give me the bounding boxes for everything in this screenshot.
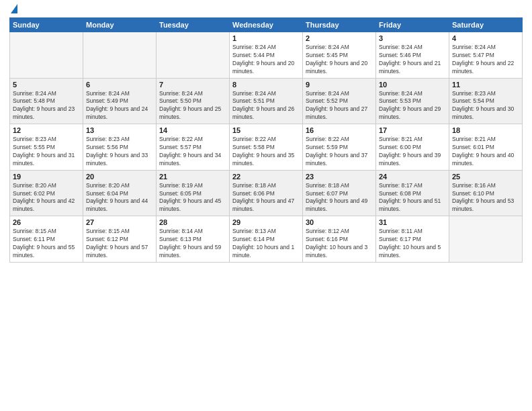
day-info: Sunrise: 8:23 AMSunset: 5:54 PMDaylight:… <box>452 90 519 122</box>
day-info: Sunrise: 8:14 AMSunset: 6:13 PMDaylight:… <box>159 228 226 260</box>
calendar-day-cell <box>83 32 157 79</box>
day-info: Sunrise: 8:24 AMSunset: 5:44 PMDaylight:… <box>232 44 300 76</box>
day-number: 13 <box>86 126 153 134</box>
calendar-day-header: Saturday <box>449 18 523 32</box>
day-number: 6 <box>86 81 153 89</box>
day-info: Sunrise: 8:24 AMSunset: 5:53 PMDaylight:… <box>379 90 446 122</box>
day-number: 20 <box>86 173 153 181</box>
day-info: Sunrise: 8:24 AMSunset: 5:45 PMDaylight:… <box>306 44 373 76</box>
day-info: Sunrise: 8:22 AMSunset: 5:58 PMDaylight:… <box>232 136 300 168</box>
day-info: Sunrise: 8:24 AMSunset: 5:49 PMDaylight:… <box>86 90 153 122</box>
day-info: Sunrise: 8:24 AMSunset: 5:46 PMDaylight:… <box>379 44 446 76</box>
day-number: 12 <box>13 126 80 134</box>
day-info: Sunrise: 8:23 AMSunset: 5:55 PMDaylight:… <box>13 136 80 168</box>
logo-triangle-icon <box>11 4 17 13</box>
day-number: 5 <box>13 81 80 89</box>
calendar-day-header: Tuesday <box>157 18 230 32</box>
logo <box>9 7 17 13</box>
calendar-week-row: 12Sunrise: 8:23 AMSunset: 5:55 PMDayligh… <box>10 124 523 171</box>
day-info: Sunrise: 8:20 AMSunset: 6:04 PMDaylight:… <box>86 182 153 214</box>
calendar-day-cell: 7Sunrise: 8:24 AMSunset: 5:50 PMDaylight… <box>157 78 230 124</box>
day-number: 2 <box>306 34 373 42</box>
calendar-week-row: 5Sunrise: 8:24 AMSunset: 5:48 PMDaylight… <box>10 78 523 124</box>
calendar-header-row: SundayMondayTuesdayWednesdayThursdayFrid… <box>10 18 523 32</box>
calendar-week-row: 1Sunrise: 8:24 AMSunset: 5:44 PMDaylight… <box>10 32 523 79</box>
calendar-day-cell: 6Sunrise: 8:24 AMSunset: 5:49 PMDaylight… <box>83 78 157 124</box>
calendar-week-row: 19Sunrise: 8:20 AMSunset: 6:02 PMDayligh… <box>10 170 523 216</box>
day-info: Sunrise: 8:17 AMSunset: 6:08 PMDaylight:… <box>379 182 446 214</box>
day-number: 24 <box>379 173 446 181</box>
calendar-day-cell: 13Sunrise: 8:23 AMSunset: 5:56 PMDayligh… <box>83 124 157 171</box>
calendar-day-cell: 21Sunrise: 8:19 AMSunset: 6:05 PMDayligh… <box>157 170 230 216</box>
calendar-day-cell: 24Sunrise: 8:17 AMSunset: 6:08 PMDayligh… <box>376 170 449 216</box>
day-info: Sunrise: 8:15 AMSunset: 6:11 PMDaylight:… <box>13 228 80 260</box>
page-header <box>9 7 523 13</box>
day-info: Sunrise: 8:15 AMSunset: 6:12 PMDaylight:… <box>86 228 153 260</box>
day-number: 14 <box>159 126 226 134</box>
day-number: 18 <box>452 126 519 134</box>
calendar-day-cell: 25Sunrise: 8:16 AMSunset: 6:10 PMDayligh… <box>449 170 523 216</box>
calendar-day-header: Wednesday <box>230 18 303 32</box>
calendar-day-header: Sunday <box>10 18 83 32</box>
calendar-day-cell: 20Sunrise: 8:20 AMSunset: 6:04 PMDayligh… <box>83 170 157 216</box>
day-info: Sunrise: 8:24 AMSunset: 5:51 PMDaylight:… <box>232 90 300 122</box>
day-info: Sunrise: 8:20 AMSunset: 6:02 PMDaylight:… <box>13 182 80 214</box>
day-number: 1 <box>232 34 300 42</box>
calendar-day-cell: 12Sunrise: 8:23 AMSunset: 5:55 PMDayligh… <box>10 124 83 171</box>
day-number: 30 <box>306 218 373 226</box>
calendar-day-cell: 15Sunrise: 8:22 AMSunset: 5:58 PMDayligh… <box>230 124 303 171</box>
day-info: Sunrise: 8:24 AMSunset: 5:48 PMDaylight:… <box>13 90 80 122</box>
day-number: 3 <box>379 34 446 42</box>
calendar-day-cell: 27Sunrise: 8:15 AMSunset: 6:12 PMDayligh… <box>83 216 157 263</box>
calendar-day-header: Thursday <box>303 18 376 32</box>
day-number: 19 <box>13 173 80 181</box>
calendar-day-cell: 14Sunrise: 8:22 AMSunset: 5:57 PMDayligh… <box>157 124 230 171</box>
calendar-day-cell: 23Sunrise: 8:18 AMSunset: 6:07 PMDayligh… <box>303 170 376 216</box>
calendar-week-row: 26Sunrise: 8:15 AMSunset: 6:11 PMDayligh… <box>10 216 523 263</box>
calendar-day-cell: 16Sunrise: 8:22 AMSunset: 5:59 PMDayligh… <box>303 124 376 171</box>
calendar-day-cell: 26Sunrise: 8:15 AMSunset: 6:11 PMDayligh… <box>10 216 83 263</box>
day-info: Sunrise: 8:18 AMSunset: 6:07 PMDaylight:… <box>306 182 373 214</box>
calendar-day-header: Monday <box>83 18 157 32</box>
day-info: Sunrise: 8:22 AMSunset: 5:59 PMDaylight:… <box>306 136 373 168</box>
day-number: 15 <box>232 126 300 134</box>
day-number: 10 <box>379 81 446 89</box>
calendar-day-cell: 22Sunrise: 8:18 AMSunset: 6:06 PMDayligh… <box>230 170 303 216</box>
day-number: 11 <box>452 81 519 89</box>
day-number: 8 <box>232 81 300 89</box>
day-info: Sunrise: 8:23 AMSunset: 5:56 PMDaylight:… <box>86 136 153 168</box>
calendar-day-cell: 18Sunrise: 8:21 AMSunset: 6:01 PMDayligh… <box>449 124 523 171</box>
calendar-day-cell: 3Sunrise: 8:24 AMSunset: 5:46 PMDaylight… <box>376 32 449 79</box>
calendar-day-cell: 8Sunrise: 8:24 AMSunset: 5:51 PMDaylight… <box>230 78 303 124</box>
calendar-day-cell: 2Sunrise: 8:24 AMSunset: 5:45 PMDaylight… <box>303 32 376 79</box>
day-number: 27 <box>86 218 153 226</box>
day-number: 21 <box>159 173 226 181</box>
day-number: 26 <box>13 218 80 226</box>
calendar-day-cell: 5Sunrise: 8:24 AMSunset: 5:48 PMDaylight… <box>10 78 83 124</box>
calendar-day-cell: 19Sunrise: 8:20 AMSunset: 6:02 PMDayligh… <box>10 170 83 216</box>
day-number: 23 <box>306 173 373 181</box>
day-number: 28 <box>159 218 226 226</box>
calendar-day-cell: 11Sunrise: 8:23 AMSunset: 5:54 PMDayligh… <box>449 78 523 124</box>
day-number: 4 <box>452 34 519 42</box>
day-number: 9 <box>306 81 373 89</box>
day-info: Sunrise: 8:12 AMSunset: 6:16 PMDaylight:… <box>306 228 373 260</box>
calendar-day-cell: 30Sunrise: 8:12 AMSunset: 6:16 PMDayligh… <box>303 216 376 263</box>
day-number: 7 <box>159 81 226 89</box>
calendar-day-cell: 28Sunrise: 8:14 AMSunset: 6:13 PMDayligh… <box>157 216 230 263</box>
calendar-day-cell: 29Sunrise: 8:13 AMSunset: 6:14 PMDayligh… <box>230 216 303 263</box>
day-number: 31 <box>379 218 446 226</box>
day-number: 29 <box>232 218 300 226</box>
page-container: SundayMondayTuesdayWednesdayThursdayFrid… <box>0 0 532 411</box>
day-number: 16 <box>306 126 373 134</box>
day-info: Sunrise: 8:16 AMSunset: 6:10 PMDaylight:… <box>452 182 519 214</box>
day-info: Sunrise: 8:24 AMSunset: 5:50 PMDaylight:… <box>159 90 226 122</box>
day-info: Sunrise: 8:21 AMSunset: 6:00 PMDaylight:… <box>379 136 446 168</box>
calendar-day-cell: 9Sunrise: 8:24 AMSunset: 5:52 PMDaylight… <box>303 78 376 124</box>
day-info: Sunrise: 8:22 AMSunset: 5:57 PMDaylight:… <box>159 136 226 168</box>
calendar-day-cell: 4Sunrise: 8:24 AMSunset: 5:47 PMDaylight… <box>449 32 523 79</box>
day-info: Sunrise: 8:11 AMSunset: 6:17 PMDaylight:… <box>379 228 446 260</box>
day-number: 17 <box>379 126 446 134</box>
day-info: Sunrise: 8:18 AMSunset: 6:06 PMDaylight:… <box>232 182 300 214</box>
day-info: Sunrise: 8:21 AMSunset: 6:01 PMDaylight:… <box>452 136 519 168</box>
